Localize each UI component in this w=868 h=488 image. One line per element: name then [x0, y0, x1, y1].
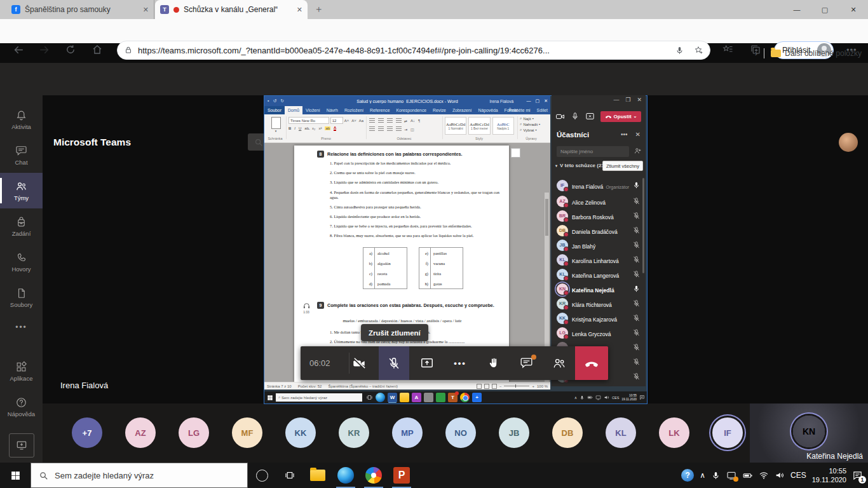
- start-button[interactable]: [0, 463, 31, 488]
- invite-name-input[interactable]: Napište jméno: [557, 146, 629, 157]
- window-close-button[interactable]: ✕: [839, 0, 868, 19]
- shared-notifications-icon[interactable]: [639, 395, 645, 400]
- shared-taskbar-pin[interactable]: [400, 393, 409, 402]
- shared-battery-icon[interactable]: [587, 395, 593, 400]
- tab-close-icon[interactable]: ✕: [297, 6, 302, 14]
- filmstrip-avatar[interactable]: KK: [285, 417, 316, 448]
- more-favorites-label[interactable]: Další oblíbené položky: [785, 49, 862, 58]
- taskbar-pin[interactable]: [304, 463, 332, 488]
- mute-all-button[interactable]: Ztlumit všechny: [602, 161, 643, 171]
- tray-chevron-icon[interactable]: ∧: [700, 471, 705, 480]
- font-group[interactable]: Times New Ro 12 A˄A˅Aa BIU ab̶x₂x² abA: [288, 116, 365, 136]
- muted-mic-icon[interactable]: [632, 299, 641, 308]
- voice-search-icon[interactable]: [675, 46, 684, 55]
- home-icon[interactable]: [92, 44, 103, 55]
- word-ribbon-tab[interactable]: Návrh: [323, 106, 341, 114]
- raise-hand-button[interactable]: [478, 346, 508, 380]
- tray-volume-icon[interactable]: [775, 470, 785, 480]
- word-ribbon-tab[interactable]: Soubor: [264, 106, 285, 114]
- tell-me-label[interactable]: Řekněte mi: [508, 108, 530, 112]
- filmstrip-avatar[interactable]: DB: [552, 417, 583, 448]
- shared-taskbar-pin[interactable]: W: [388, 393, 397, 402]
- view-read-icon[interactable]: [477, 384, 482, 389]
- zoom-in-icon[interactable]: +: [532, 384, 534, 388]
- font-size-box[interactable]: 12: [330, 117, 343, 124]
- cortana-button[interactable]: [248, 463, 276, 488]
- browser-tab-active[interactable]: T Schůzka v kanálu „General“ ✕: [155, 0, 308, 19]
- new-tab-button[interactable]: ＋: [314, 3, 323, 15]
- shared-taskbar-search[interactable]: ⌕ Sem zadejte hledaný výraz: [276, 393, 362, 402]
- participant-row[interactable]: KL Kateřina Langerová: [552, 267, 646, 281]
- shared-taskbar-pin[interactable]: [436, 393, 445, 402]
- muted-mic-icon[interactable]: [632, 372, 641, 381]
- window-maximize-button[interactable]: ▢: [811, 0, 839, 19]
- filmstrip-avatar[interactable]: NO: [445, 417, 476, 448]
- person-add-icon[interactable]: [634, 147, 642, 155]
- rail-item-help[interactable]: Nápověda: [0, 389, 43, 424]
- participant-row[interactable]: BR Barbora Rosková: [552, 208, 646, 223]
- mic-toggle-button[interactable]: [379, 346, 409, 380]
- participant-row[interactable]: KL Karolína Linhartová: [552, 252, 646, 267]
- filmstrip-avatar[interactable]: LG: [179, 417, 209, 448]
- taskbar-pin[interactable]: P: [388, 463, 416, 488]
- word-ribbon-tab[interactable]: Revize: [430, 106, 449, 114]
- muted-mic-icon[interactable]: [632, 343, 641, 351]
- task-view-button[interactable]: [276, 463, 304, 488]
- rail-item-calls[interactable]: Hovory: [0, 244, 43, 280]
- taskbar-clock[interactable]: 10:5519.11.2020: [812, 466, 846, 484]
- muted-mic-icon[interactable]: [632, 212, 641, 220]
- bookmarks-chevron-icon[interactable]: ›: [755, 48, 757, 58]
- rail-item-activity[interactable]: Aktivita: [0, 102, 43, 137]
- filmstrip-avatar[interactable]: KL: [606, 417, 636, 448]
- mic-icon[interactable]: [571, 112, 580, 121]
- filmstrip-avatar[interactable]: JB: [499, 417, 529, 448]
- style-card[interactable]: AaBbC Nadpis 1: [492, 117, 514, 135]
- editing-command[interactable]: ⌕Vybrat▾: [520, 127, 548, 133]
- chat-button[interactable]: [511, 346, 541, 380]
- styles-group[interactable]: AaBbCcDd 1 Normální AaBbCcDd 1 Bez mezer…: [445, 116, 516, 136]
- shared-taskbar-pin[interactable]: +: [472, 393, 482, 402]
- style-card[interactable]: AaBbCcDd 1 Bez mezer: [468, 117, 490, 135]
- reload-icon[interactable]: [65, 44, 76, 55]
- share-button-label[interactable]: Sdílet: [537, 108, 548, 112]
- rail-item-assignments[interactable]: Zadání: [0, 208, 43, 244]
- editing-group[interactable]: ⌕Najít▾⌕Nahradit▾⌕Vybrat▾: [520, 116, 548, 136]
- language-indicator[interactable]: CES: [790, 471, 806, 480]
- participant-row[interactable]: KN Kateřina Nejedlá: [552, 281, 646, 296]
- self-video-tile[interactable]: KN Kateřina Nejedlá: [750, 403, 868, 463]
- editing-command[interactable]: ⌕Najít▾: [520, 116, 548, 121]
- zoom-slider[interactable]: [504, 386, 529, 386]
- taskbar-pin[interactable]: [332, 463, 360, 488]
- editing-command[interactable]: ⌕Nahradit▾: [520, 121, 548, 127]
- shared-chevron-icon[interactable]: ∧: [574, 395, 577, 400]
- page-nav-widget[interactable]: [511, 148, 520, 158]
- tab-close-icon[interactable]: ✕: [143, 6, 149, 14]
- more-actions-button[interactable]: •••: [445, 346, 475, 380]
- url-omnibox[interactable]: https://teams.microsoft.com/_?tenantId=b…: [117, 41, 710, 60]
- hang-up-button[interactable]: [575, 346, 608, 380]
- clipboard-group[interactable]: ▾: [267, 116, 285, 136]
- camera-icon[interactable]: [555, 112, 565, 121]
- rail-item-apps[interactable]: Aplikace: [0, 353, 43, 389]
- camera-toggle-button[interactable]: [344, 346, 374, 380]
- tray-battery-icon[interactable]: [742, 470, 753, 481]
- shared-volume-icon[interactable]: [604, 395, 609, 400]
- zoom-out-icon[interactable]: −: [499, 384, 502, 388]
- meeting-window-buttons[interactable]: —❐✕: [613, 97, 642, 103]
- muted-mic-icon[interactable]: [632, 241, 641, 249]
- add-favorite-icon[interactable]: [693, 45, 703, 55]
- status-language[interactable]: Španělština (Španělsko – tradiční řazení…: [328, 384, 398, 388]
- participant-row[interactable]: JB Jan Blahý: [552, 238, 646, 252]
- filmstrip-avatar[interactable]: AZ: [125, 417, 156, 448]
- participant-row[interactable]: DB Daniela Bradáčová: [552, 223, 646, 238]
- word-ribbon-tab[interactable]: Korespondence: [393, 106, 430, 114]
- shared-taskview-icon[interactable]: [366, 394, 373, 401]
- tray-cast-icon[interactable]: [726, 470, 736, 480]
- shared-mic-icon[interactable]: [580, 395, 585, 400]
- status-wordcount[interactable]: Počet slov: 52: [298, 384, 322, 388]
- participant-row[interactable]: IF Irena Fialová Organizátor: [552, 177, 646, 194]
- panel-more-icon[interactable]: •••: [621, 131, 628, 138]
- active-mic-icon[interactable]: [632, 181, 641, 189]
- view-print-icon[interactable]: [484, 384, 489, 389]
- shared-clock[interactable]: 10:5519.11.2020: [621, 394, 637, 401]
